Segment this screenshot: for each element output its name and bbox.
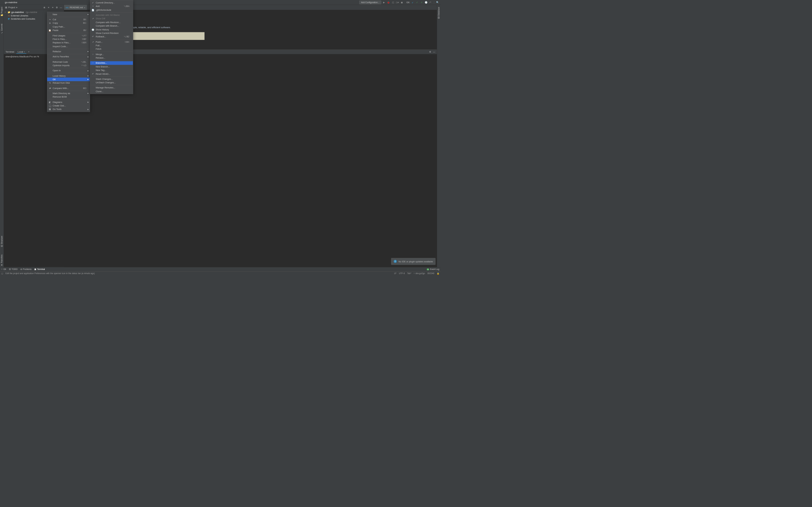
markdown-icon: MD	[66, 6, 68, 9]
menu-item[interactable]: ⧉Copy⌘C	[47, 21, 90, 25]
menu-item[interactable]: Mark Directory as▶	[47, 92, 90, 95]
menu-icon: ◯	[49, 105, 51, 107]
menu-item[interactable]: ⑂Merge...	[90, 53, 133, 56]
locate-icon[interactable]: ⊕	[43, 6, 46, 9]
add-configuration-button[interactable]: Add Configuration...	[359, 0, 381, 4]
line-separator[interactable]: LF	[394, 272, 397, 275]
favorites-tool-button[interactable]: ★Favorites	[1, 253, 3, 267]
expand-icon[interactable]: ≡	[47, 6, 50, 9]
menu-item[interactable]: Show Current Revision	[90, 32, 133, 35]
menu-item[interactable]: ↶Rollback...⌥⌘Z	[90, 35, 133, 38]
menu-item[interactable]: Pull...	[90, 44, 133, 47]
event-badge: 1	[427, 268, 429, 270]
menu-item[interactable]: Rebase...	[90, 56, 133, 60]
menu-label: Clone...	[96, 90, 103, 93]
menu-item[interactable]: Compare with Branch...	[90, 24, 133, 27]
menu-item[interactable]: Stash Changes...	[90, 77, 133, 81]
terminal-tab-local[interactable]: Local ×	[16, 50, 26, 54]
menu-item[interactable]: ◯Create Gist...	[47, 104, 90, 107]
indent[interactable]: Tab*	[407, 272, 411, 275]
minimize-icon[interactable]: —	[433, 51, 435, 53]
git-submenu[interactable]: ✓Commit Directory...+Add⌥⌘A📄.git/info/ex…	[90, 0, 133, 94]
menu-item[interactable]: Optimize Imports^⌥O	[47, 64, 90, 67]
menu-item[interactable]: Remove BOM	[47, 95, 90, 99]
collapse-icon[interactable]: ≡	[51, 6, 54, 9]
project-panel-title[interactable]: Project	[8, 6, 15, 9]
stop-icon[interactable]: ◼	[400, 1, 404, 4]
new-terminal-button[interactable]: +	[28, 51, 30, 53]
menu-item[interactable]: ⑂Branches...	[90, 61, 133, 65]
project-tool-button[interactable]: 📁Project	[1, 6, 3, 17]
tab-readme[interactable]: MD README.md ×	[64, 5, 87, 10]
git-history-icon[interactable]: 🕐	[424, 1, 428, 4]
menu-item[interactable]: Clone...	[90, 90, 133, 93]
chevron-right-icon: ▶	[88, 51, 89, 53]
menu-item[interactable]: ⇄Compare With...⌘D	[47, 86, 90, 90]
profile-icon[interactable]: ◷▾	[396, 1, 399, 4]
status-hint: Edit the project and application Prefere…	[5, 272, 95, 275]
git-update-icon[interactable]: ↙	[411, 1, 414, 4]
close-icon[interactable]: ×	[84, 6, 85, 9]
debug-icon[interactable]: 🐞	[387, 1, 390, 4]
todo-tool[interactable]: ☰TODO	[9, 268, 17, 271]
minimize-icon[interactable]: —	[59, 6, 62, 9]
menu-item[interactable]: New Tag...	[90, 68, 133, 72]
gear-icon[interactable]: ⚙	[55, 6, 58, 9]
menu-item[interactable]: Add to Favorites▶	[47, 55, 90, 58]
menu-item[interactable]: Open In▶	[47, 69, 90, 72]
notification[interactable]: i No IDE or plugin updates available	[391, 258, 436, 265]
menu-item[interactable]: ↻Reload from Disk	[47, 81, 90, 84]
menu-item[interactable]: Find in Files...⇧⌘F	[47, 38, 90, 41]
menu-item[interactable]: ✂Cut⌘X	[47, 18, 90, 21]
menu-item[interactable]: 🕐Show History	[90, 27, 133, 31]
commit-tool-button[interactable]: ✓Commit	[1, 23, 3, 35]
menu-item[interactable]: ↗Show Diff	[90, 17, 133, 20]
menu-item[interactable]: Refactor▶	[47, 50, 90, 53]
coverage-icon[interactable]: ◱	[391, 1, 395, 4]
gear-icon[interactable]: ⚙	[429, 51, 432, 53]
menu-item[interactable]: Inspect Code...	[47, 45, 90, 48]
menu-item[interactable]: Annotate with Git Blame	[90, 13, 133, 17]
menu-item[interactable]: 📋Paste⌘V	[47, 29, 90, 32]
menu-item[interactable]: ↗Push...⇧⌘K	[90, 40, 133, 43]
database-tool-button[interactable]: 🗄Database	[438, 6, 440, 20]
structure-tool-button[interactable]: ▤Structure	[1, 235, 3, 248]
git-push-icon[interactable]: ↗	[420, 1, 423, 4]
git-rollback-icon[interactable]: ↶	[429, 1, 432, 4]
menu-item[interactable]: Copy Path...	[47, 25, 90, 29]
status-icon[interactable]: ◻	[1, 272, 3, 275]
menu-item[interactable]: Find Usages⌥F7	[47, 34, 90, 37]
menu-item[interactable]: ↶Reset HEAD...	[90, 72, 133, 75]
search-everywhere-icon[interactable]: 🔍	[436, 1, 439, 4]
git-commit-icon[interactable]: ✓	[415, 1, 419, 4]
menu-item[interactable]: Git▶	[47, 78, 90, 81]
menu-item[interactable]: ◧Diagrams▶	[47, 100, 90, 104]
lock-icon[interactable]: 🔒	[437, 272, 439, 275]
event-log-tool[interactable]: 1 Event Log	[427, 268, 439, 271]
menu-item[interactable]: ✓Commit Directory...	[90, 1, 133, 4]
menu-label: Compare With...	[53, 87, 69, 89]
run-icon[interactable]: ▶	[382, 1, 386, 4]
menu-item[interactable]: Compare with Revision...	[90, 20, 133, 24]
context-menu[interactable]: New▶✂Cut⌘X⧉Copy⌘CCopy Path...📋Paste⌘VFin…	[47, 12, 90, 112]
menu-item[interactable]: Reformat Code⌥⌘L	[47, 60, 90, 63]
menu-item[interactable]: Local History▶	[47, 74, 90, 77]
menu-item[interactable]: UnStash Changes...	[90, 81, 133, 84]
scratch-icon: ◩	[8, 17, 10, 20]
chevron-right-icon[interactable]: ›	[5, 11, 7, 14]
menu-item[interactable]: Replace in Files...⇧⌘R	[47, 41, 90, 44]
menu-item[interactable]: New Branch...	[90, 65, 133, 68]
file-encoding[interactable]: UTF-8	[399, 272, 405, 275]
git-tool[interactable]: ⑂Git	[1, 268, 6, 271]
menu-item[interactable]: ▦Go Tools▶	[47, 107, 90, 111]
dropdown-icon[interactable]: ▾	[16, 6, 17, 9]
menu-item[interactable]: Fetch	[90, 47, 133, 51]
close-icon[interactable]: ×	[24, 50, 25, 53]
git-branch[interactable]: ⑂ dev.go2go	[414, 272, 425, 275]
menu-item[interactable]: +Add⌥⌘A	[90, 4, 133, 8]
menu-item[interactable]: Manage Remotes...	[90, 86, 133, 89]
menu-item[interactable]: New▶	[47, 13, 90, 16]
terminal-tool[interactable]: ▣Terminal	[34, 268, 45, 271]
menu-item[interactable]: 📄.git/info/exclude	[90, 8, 133, 12]
problems-tool[interactable]: ⊘Problems	[20, 268, 32, 271]
